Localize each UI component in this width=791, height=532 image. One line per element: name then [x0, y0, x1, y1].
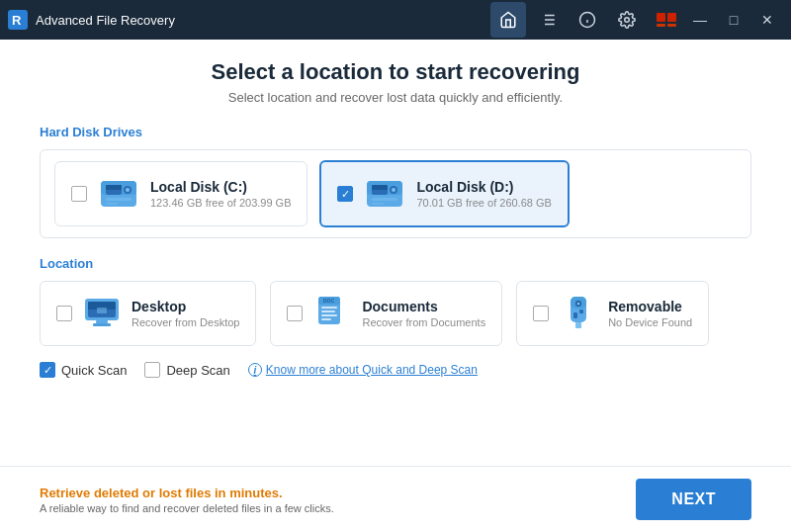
page-header: Select a location to start recovering Se… — [40, 59, 751, 105]
nav-info-btn[interactable] — [570, 2, 605, 38]
title-bar: R Advanced File Recovery — [0, 0, 791, 40]
loc-removable-name: Removable — [608, 299, 692, 314]
footer: Retrieve deleted or lost files in minute… — [0, 466, 791, 532]
svg-rect-50 — [579, 310, 583, 313]
desktop-icon — [82, 294, 122, 333]
svg-rect-15 — [667, 24, 676, 27]
info-icon: i — [248, 363, 262, 377]
loc-removable-sub: No Device Found — [608, 316, 692, 328]
svg-text:R: R — [12, 13, 22, 28]
svg-point-29 — [392, 188, 396, 192]
learn-more-link[interactable]: i Know more about Quick and Deep Scan — [248, 363, 478, 377]
loc-docs-info: Documents Recover from Documents — [362, 299, 485, 328]
svg-rect-41 — [321, 307, 337, 309]
app-logo: R — [8, 10, 28, 30]
svg-text:DOC: DOC — [323, 298, 335, 304]
hdd-c-icon — [98, 173, 139, 215]
svg-rect-43 — [321, 314, 337, 316]
loc-desktop-checkbox[interactable] — [56, 306, 72, 321]
title-bar-nav — [490, 2, 645, 38]
loc-desktop-name: Desktop — [132, 299, 239, 314]
footer-msg-sub: A reliable way to find and recover delet… — [40, 502, 334, 514]
footer-message: Retrieve deleted or lost files in minute… — [40, 486, 334, 514]
loc-desktop-sub: Recover from Desktop — [132, 316, 239, 328]
svg-rect-27 — [372, 185, 388, 190]
svg-point-52 — [577, 303, 580, 306]
drive-c-checkbox[interactable] — [71, 186, 87, 202]
loc-removable-info: Removable No Device Found — [608, 299, 692, 328]
svg-rect-12 — [657, 13, 665, 22]
drive-d-space: 70.01 GB free of 260.68 GB — [416, 197, 551, 209]
svg-rect-49 — [573, 312, 577, 318]
svg-point-21 — [126, 188, 130, 192]
drive-d-name: Local Disk (D:) — [416, 179, 551, 195]
network-icon — [657, 13, 676, 27]
documents-icon: DOC — [312, 294, 352, 333]
location-cards: Desktop Recover from Desktop — [40, 281, 751, 346]
drive-d-info: Local Disk (D:) 70.01 GB free of 260.68 … — [416, 179, 551, 209]
drives-container: Local Disk (C:) 123.46 GB free of 203.99… — [40, 149, 751, 238]
next-button[interactable]: NEXT — [636, 479, 751, 520]
deep-scan-checkbox[interactable] — [144, 362, 160, 378]
footer-msg-title: Retrieve deleted or lost files in minute… — [40, 486, 334, 500]
quick-scan-label: Quick Scan — [61, 363, 127, 378]
deep-scan-option[interactable]: Deep Scan — [144, 362, 229, 378]
drive-d-card[interactable]: ✓ Local Disk (D:) 70.01 GB — [319, 160, 569, 227]
location-removable-card[interactable]: Removable No Device Found — [516, 281, 709, 346]
loc-desktop-info: Desktop Recover from Desktop — [132, 299, 239, 328]
location-section: Location Desktop Recover — [40, 256, 751, 346]
svg-rect-13 — [667, 13, 676, 22]
drive-c-icon — [97, 172, 140, 216]
svg-rect-30 — [372, 198, 397, 201]
drive-c-info: Local Disk (C:) 123.46 GB free of 203.99… — [150, 179, 291, 209]
drive-c-space: 123.46 GB free of 203.99 GB — [150, 197, 291, 209]
drive-d-icon — [363, 172, 406, 216]
svg-rect-48 — [575, 322, 581, 328]
svg-rect-14 — [657, 24, 665, 27]
svg-rect-36 — [93, 323, 111, 326]
svg-rect-42 — [321, 310, 335, 312]
loc-docs-name: Documents — [362, 299, 485, 314]
learn-more-text: Know more about Quick and Deep Scan — [266, 363, 478, 377]
title-bar-controls: — □ ✕ — [657, 4, 783, 36]
svg-point-11 — [625, 18, 630, 23]
maximize-btn[interactable]: □ — [718, 4, 749, 36]
scan-options: ✓ Quick Scan Deep Scan i Know more about… — [40, 362, 751, 378]
drives-section-label: Hard Disk Drives — [40, 125, 751, 139]
nav-list-btn[interactable] — [530, 2, 566, 38]
close-btn[interactable]: ✕ — [751, 4, 783, 36]
app-title: Advanced File Recovery — [36, 13, 490, 28]
nav-settings-btn[interactable] — [609, 2, 645, 38]
svg-rect-23 — [106, 203, 118, 205]
loc-removable-checkbox[interactable] — [533, 306, 549, 321]
drive-c-card[interactable]: Local Disk (C:) 123.46 GB free of 203.99… — [54, 161, 308, 226]
loc-docs-checkbox[interactable] — [287, 306, 303, 321]
svg-rect-35 — [96, 320, 108, 323]
page-title: Select a location to start recovering — [40, 59, 751, 85]
svg-rect-22 — [106, 198, 132, 201]
svg-rect-37 — [97, 308, 107, 313]
nav-home-btn[interactable] — [490, 2, 526, 38]
svg-rect-19 — [106, 185, 122, 190]
minimize-btn[interactable]: — — [684, 4, 716, 36]
svg-rect-44 — [321, 318, 331, 320]
loc-docs-sub: Recover from Documents — [362, 316, 485, 328]
location-section-label: Location — [40, 256, 751, 271]
deep-scan-label: Deep Scan — [166, 363, 229, 378]
quick-scan-option[interactable]: ✓ Quick Scan — [40, 362, 127, 378]
location-docs-card[interactable]: DOC Documents Recover from Documents — [270, 281, 502, 346]
page-subtitle: Select location and recover lost data qu… — [40, 90, 751, 105]
svg-rect-31 — [372, 203, 384, 205]
drive-c-name: Local Disk (C:) — [150, 179, 291, 195]
drive-d-checkbox[interactable]: ✓ — [337, 186, 353, 202]
hdd-d-icon — [364, 173, 405, 215]
location-desktop-card[interactable]: Desktop Recover from Desktop — [40, 281, 256, 346]
quick-scan-checkbox[interactable]: ✓ — [40, 362, 55, 378]
usb-icon — [559, 294, 598, 333]
drives-section: Hard Disk Drives — [40, 125, 751, 238]
main-content: Select a location to start recovering Se… — [0, 40, 791, 466]
